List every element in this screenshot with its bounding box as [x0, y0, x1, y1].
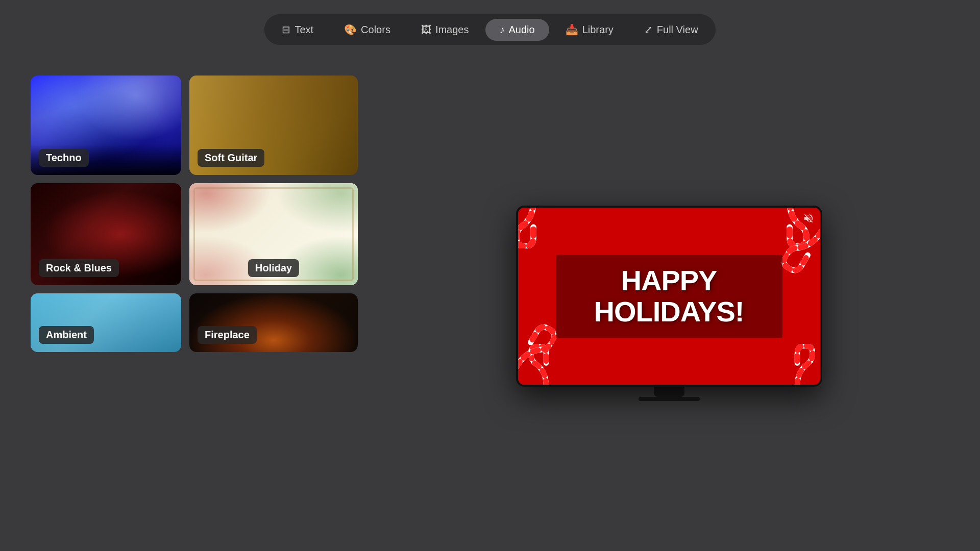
tv-main-text: HAPPY HOLIDAYS! [576, 265, 762, 328]
candy-cane-1 [518, 208, 554, 248]
music-card-ambient[interactable]: Ambient [31, 293, 181, 352]
music-grid: Techno Soft Guitar Rock & Blues Holiday … [31, 70, 358, 524]
tv-stand [654, 387, 684, 397]
nav-label-images: Images [435, 24, 469, 36]
preview-panel: HAPPY HOLIDAYS! [388, 70, 949, 524]
colors-icon: 🎨 [344, 23, 357, 36]
tv-screen: HAPPY HOLIDAYS! [518, 208, 820, 385]
music-card-rock[interactable]: Rock & Blues [31, 183, 181, 285]
nav-label-audio: Audio [509, 24, 535, 36]
nav-label-text: Text [295, 24, 313, 36]
music-card-fireplace[interactable]: Fireplace [189, 293, 358, 352]
nav-item-audio[interactable]: ♪ Audio [485, 19, 549, 41]
nav-item-colors[interactable]: 🎨 Colors [330, 18, 405, 41]
candy-cane-4 [779, 344, 815, 385]
mute-icon[interactable] [803, 213, 814, 227]
nav-label-colors: Colors [361, 24, 390, 36]
tv-container: HAPPY HOLIDAYS! [516, 206, 822, 394]
nav-label-fullview: Full View [657, 24, 698, 36]
nav-item-text[interactable]: ⊟ Text [267, 18, 328, 41]
library-icon: 📥 [566, 23, 578, 36]
tv-content-box: HAPPY HOLIDAYS! [556, 255, 782, 338]
card-label-techno: Techno [39, 149, 89, 167]
nav-item-library[interactable]: 📥 Library [551, 18, 628, 41]
nav-item-images[interactable]: 🖼 Images [407, 19, 483, 41]
music-card-techno[interactable]: Techno [31, 76, 181, 175]
tv-base [639, 397, 700, 401]
tv-line2: HOLIDAYS! [576, 296, 762, 328]
tv-line1: HAPPY [576, 265, 762, 296]
nav-bar: ⊟ Text 🎨 Colors 🖼 Images ♪ Audio 📥 Libra… [0, 0, 980, 45]
music-card-guitar[interactable]: Soft Guitar [189, 76, 358, 175]
main-content: Techno Soft Guitar Rock & Blues Holiday … [0, 45, 980, 545]
card-label-fireplace: Fireplace [198, 326, 257, 344]
audio-icon: ♪ [500, 24, 505, 36]
nav-pill: ⊟ Text 🎨 Colors 🖼 Images ♪ Audio 📥 Libra… [264, 14, 715, 45]
music-card-holiday[interactable]: Holiday [189, 183, 358, 285]
fullview-icon: ⤢ [644, 23, 653, 36]
text-icon: ⊟ [282, 23, 290, 36]
tv-frame: HAPPY HOLIDAYS! [516, 206, 822, 387]
card-label-holiday: Holiday [248, 259, 299, 277]
card-label-ambient: Ambient [39, 326, 94, 344]
nav-label-library: Library [582, 24, 614, 36]
images-icon: 🖼 [421, 24, 431, 36]
card-label-rock: Rock & Blues [39, 259, 119, 277]
card-label-guitar: Soft Guitar [198, 149, 264, 167]
nav-item-fullview[interactable]: ⤢ Full View [630, 18, 713, 41]
